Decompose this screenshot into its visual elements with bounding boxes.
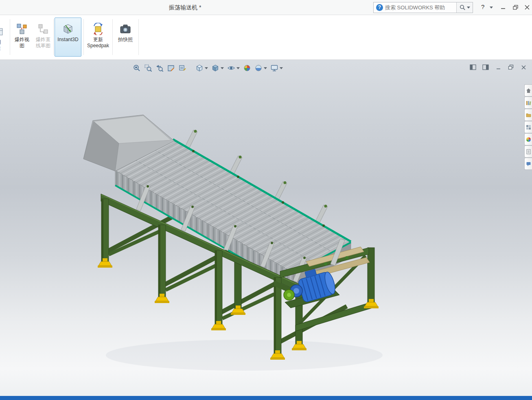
exploded-view-button[interactable]: 爆炸视 图 <box>11 18 33 57</box>
display-style-icon <box>211 64 219 72</box>
pane-left-icon <box>470 64 476 70</box>
update-speedpak-icon <box>92 23 104 35</box>
display-style-caret <box>221 67 224 69</box>
solidworks-window: 振荡输送机 * ? ? <box>0 0 532 400</box>
pane-right-icon <box>482 64 489 70</box>
update-speedpak-label-2: Speedpak <box>87 43 109 48</box>
camera-icon <box>119 23 131 35</box>
update-speedpak-label-1: 更新 <box>93 37 103 42</box>
doc-restore-icon <box>508 64 514 70</box>
close-icon <box>525 5 530 10</box>
help-search-box[interactable]: ? <box>373 2 473 13</box>
close-button[interactable] <box>521 3 532 12</box>
view-orientation-icon <box>195 64 204 72</box>
document-window-controls <box>469 63 528 71</box>
view-palette-icon <box>526 125 531 130</box>
heads-up-view-toolbar <box>131 62 285 74</box>
doc-minimize-button[interactable] <box>494 63 503 71</box>
hide-show-items-button[interactable] <box>225 62 241 74</box>
view-settings-button[interactable] <box>269 62 285 74</box>
task-pane-tab-design-library[interactable] <box>524 97 532 109</box>
folder-icon <box>526 112 531 118</box>
annotation-views-button[interactable] <box>177 62 188 74</box>
view-settings-icon <box>270 64 278 72</box>
task-pane-tab-view-palette[interactable] <box>524 121 532 133</box>
task-pane-tab-custom-properties[interactable] <box>524 145 532 158</box>
explode-line-sketch-button[interactable]: 爆炸直 线草图 <box>33 18 54 57</box>
exploded-view-label-2: 图 <box>20 43 24 48</box>
instant3d-label: Instant3D <box>57 37 78 43</box>
search-input[interactable] <box>385 4 456 11</box>
hide-show-items-caret <box>236 67 240 69</box>
bom-label-1: 明 <box>0 39 1 45</box>
exploded-view-label-1: 爆炸视 <box>15 37 29 42</box>
ribbon-button-bom-partial[interactable]: 明 表 <box>0 18 8 57</box>
task-pane-tab-appearances[interactable] <box>524 133 532 145</box>
hide-show-items-icon <box>227 64 235 72</box>
command-manager-ribbon: 明 表 爆炸视 图 <box>0 15 532 60</box>
edit-appearance-icon <box>243 64 251 72</box>
bom-table-icon <box>0 27 4 37</box>
previous-view-button[interactable] <box>154 62 165 74</box>
explode-line-sketch-label-1: 爆炸直 <box>36 37 50 42</box>
graphics-viewport[interactable] <box>0 60 532 396</box>
help-button[interactable]: ? <box>481 3 484 10</box>
bom-label-2: 表 <box>0 45 1 51</box>
zoom-to-area-icon <box>144 64 152 72</box>
view-orientation-button[interactable] <box>194 62 210 74</box>
zoom-to-area-button[interactable] <box>142 62 154 74</box>
apply-scene-caret <box>264 67 267 69</box>
annotation-views-icon <box>178 64 186 72</box>
status-bar <box>0 396 532 400</box>
pane-left-button[interactable] <box>469 63 477 71</box>
view-settings-caret <box>280 67 283 69</box>
task-pane-tab-file-explorer[interactable] <box>524 109 532 121</box>
task-pane-tab-strip <box>524 84 532 170</box>
design-library-icon <box>526 100 531 105</box>
restore-icon <box>513 5 518 10</box>
minimize-button[interactable] <box>497 3 509 12</box>
doc-close-button[interactable] <box>519 63 528 71</box>
apply-scene-icon <box>254 64 263 72</box>
task-pane-tab-home[interactable] <box>524 84 532 97</box>
doc-minimize-icon <box>496 65 501 70</box>
previous-view-icon <box>155 64 164 72</box>
doc-restore-button[interactable] <box>506 63 515 71</box>
appearances-ball-icon <box>526 137 531 142</box>
forum-icon <box>526 161 531 167</box>
zoom-to-fit-button[interactable] <box>131 62 142 74</box>
task-pane-tab-forum[interactable] <box>524 158 532 170</box>
help-badge-icon: ? <box>376 4 383 11</box>
section-view-button[interactable] <box>165 62 177 74</box>
title-bar: 振荡输送机 * ? ? <box>0 0 532 15</box>
edit-appearance-button[interactable] <box>241 62 253 74</box>
search-button[interactable] <box>456 2 473 13</box>
zoom-to-fit-icon <box>133 64 141 72</box>
section-view-icon <box>167 64 175 72</box>
display-style-button[interactable] <box>210 62 225 74</box>
help-dropdown-caret[interactable] <box>490 7 493 9</box>
apply-scene-button[interactable] <box>253 62 269 74</box>
take-snapshot-button[interactable]: 拍快照 <box>114 18 137 57</box>
exploded-view-icon <box>16 23 28 35</box>
document-title: 振荡输送机 * <box>169 4 201 11</box>
take-snapshot-label: 拍快照 <box>118 37 133 43</box>
conveyor-3d-model[interactable] <box>0 60 532 396</box>
view-orientation-caret <box>205 67 208 69</box>
minimize-icon <box>501 5 506 10</box>
home-icon <box>526 88 531 93</box>
explode-line-sketch-label-2: 线草图 <box>36 43 50 48</box>
instant3d-button[interactable]: Instant3D <box>55 18 81 57</box>
doc-close-icon <box>521 65 526 70</box>
search-dropdown-caret <box>467 7 470 9</box>
restore-button[interactable] <box>510 3 521 12</box>
instant3d-icon <box>62 23 74 35</box>
custom-properties-icon <box>526 149 531 154</box>
explode-line-sketch-icon <box>37 23 49 35</box>
update-speedpak-button[interactable]: 更新 Speedpak <box>85 18 111 57</box>
search-icon <box>460 4 466 11</box>
pane-right-button[interactable] <box>481 63 490 71</box>
